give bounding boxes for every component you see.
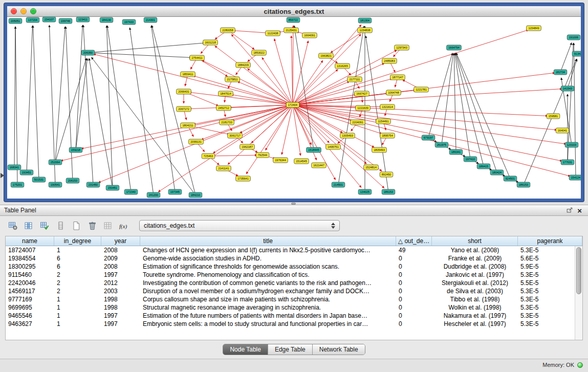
table-settings-icon[interactable] — [6, 220, 19, 232]
table-row[interactable]: 1872400712008Changes of HCN gene express… — [6, 246, 575, 254]
float-panel-icon[interactable] — [564, 207, 575, 214]
table-cell: 22420046 — [6, 279, 54, 287]
tab-node-table[interactable]: Node Table — [223, 344, 268, 355]
window-title: citations_edges.txt — [7, 8, 581, 15]
close-window-button[interactable] — [11, 8, 17, 14]
zoom-window-button[interactable] — [30, 8, 36, 14]
graph-edge — [197, 58, 228, 76]
column-header[interactable]: in_degree — [54, 236, 101, 246]
table-cell: 2 — [54, 279, 101, 287]
network-canvas[interactable]: 1724041853022188420921758111847514245271… — [7, 17, 581, 198]
close-panel-icon[interactable]: × — [575, 207, 584, 214]
table-cell: 1 — [54, 247, 101, 254]
graph-edge — [15, 27, 17, 185]
table-cell: 0 — [396, 288, 432, 295]
table-columns-icon[interactable] — [22, 220, 35, 232]
graph-node-label: 193451 — [22, 171, 31, 174]
table-cell: Estimation of significance thresholds fo… — [140, 263, 396, 270]
scrollbar-thumb[interactable] — [576, 247, 581, 294]
minimize-window-button[interactable] — [20, 8, 27, 14]
table-row[interactable]: 1938455462009Genome-wide association stu… — [6, 254, 575, 262]
table-row[interactable]: 946554611997Estimation of the future num… — [6, 312, 575, 320]
graph-node-label: 1859411 — [182, 73, 193, 76]
graph-node-label: 241200 — [149, 193, 158, 196]
graph-node-label: 2181733 — [221, 121, 232, 124]
graph-node-label: 181304 — [360, 19, 369, 22]
table-cell: Hescheler et al. (1997) — [432, 320, 518, 327]
graph-node-label: 679197 — [424, 136, 433, 139]
graph-edge — [33, 26, 39, 180]
graph-edge — [83, 25, 93, 185]
graph-edge — [266, 105, 293, 150]
table-row[interactable]: 977716911998Corpus callosum shape and si… — [6, 295, 575, 303]
graph-node-label: 190541 — [51, 183, 60, 186]
graph-node-label: 184130 — [102, 18, 111, 21]
graph-edge — [293, 30, 529, 105]
graph-node-label: 214301 — [146, 18, 155, 21]
table-cell: de Silva et al. (2003) — [432, 288, 518, 295]
table-scrollbar[interactable] — [575, 246, 582, 340]
graph-node-label: 2754411 — [191, 56, 202, 59]
table-panel-header: Table Panel × — [0, 205, 588, 216]
table-cell: 9115460 — [6, 271, 54, 278]
table-cell: 1998 — [101, 304, 140, 311]
table-cell: 5.3E-5 — [518, 288, 575, 295]
graph-node-label: 2125431 — [286, 29, 296, 32]
graph-node-label: 137204 — [28, 18, 37, 21]
graph-node-label: 214501 — [334, 183, 343, 186]
graph-edge — [455, 53, 470, 159]
graph-edge — [293, 63, 384, 105]
table-row[interactable]: 2242004622012Investigating the contribut… — [6, 279, 575, 287]
graph-node-label: 123411 — [78, 18, 88, 21]
panel-title: Table Panel — [4, 207, 36, 214]
graph-node-label: 856722 — [289, 18, 298, 21]
rows-icon[interactable] — [54, 220, 67, 232]
table-cell: 6 — [54, 263, 101, 270]
table-edit-icon[interactable] — [38, 220, 51, 232]
graph-node-label: 164041 — [558, 129, 567, 132]
graph-node-label: 159581 — [549, 115, 558, 118]
table-cell: Stergiakouli et al. (2012) — [432, 279, 518, 287]
trash-icon[interactable] — [85, 220, 99, 232]
column-header[interactable]: title — [140, 236, 396, 246]
table-cell: 0 — [396, 296, 432, 303]
graph-edge — [291, 36, 293, 105]
table-row[interactable]: 911546021997Tourette syndrome. Phenomeno… — [6, 271, 575, 279]
graph-node-label: 177031 — [563, 161, 572, 164]
graph-edge — [228, 30, 254, 50]
graph-edge — [560, 42, 572, 72]
table-tabs-bar: Node TableEdge TableNetwork Table — [0, 344, 588, 355]
column-header[interactable]: name — [6, 236, 54, 246]
graph-node-label: 2099131 — [190, 140, 201, 143]
table-disabled-icon[interactable] — [101, 220, 115, 232]
table-row[interactable]: 1830029562008Estimation of significance … — [6, 262, 575, 271]
network-graph[interactable]: 1724041853022188420921758111847514245271… — [7, 17, 581, 198]
table-cell: 9463627 — [6, 320, 54, 327]
tab-network-table[interactable]: Network Table — [313, 344, 365, 355]
graph-node-label: 792544 — [258, 154, 267, 157]
table-row[interactable]: 969969511998Structural magnetic resonanc… — [6, 303, 575, 312]
graph-node-label: 141543 — [563, 87, 572, 90]
function-icon[interactable]: f(x) — [117, 220, 130, 232]
table-row[interactable]: 1456911722003Disruption of a novel membe… — [6, 287, 575, 295]
table-cell: Dudbridge et al. (2008) — [432, 263, 518, 270]
graph-node-label: 2066431 — [178, 90, 189, 93]
table-panel: Table Panel × f(x) c — [0, 205, 588, 359]
window-titlebar[interactable]: citations_edges.txt — [7, 6, 581, 17]
column-header[interactable]: △ out_de… — [396, 236, 432, 246]
graph-node-label: 1805493 — [374, 148, 384, 151]
column-header[interactable]: year — [101, 236, 140, 246]
new-document-icon[interactable] — [70, 220, 83, 232]
column-header[interactable]: pagerank — [518, 236, 582, 246]
graph-edge — [55, 58, 86, 162]
column-header[interactable]: short — [432, 236, 518, 246]
collapsed-panel-arrow-icon[interactable] — [1, 173, 4, 178]
graph-node-label: 159218 — [71, 148, 80, 151]
table-row[interactable]: 946362711997Embryonic stem cells: a mode… — [6, 320, 575, 328]
tab-edge-table[interactable]: Edge Table — [268, 344, 313, 355]
memory-ok-indicator — [577, 362, 583, 368]
table-cell: 0 — [396, 320, 432, 327]
graph-node-label: 1321614 — [382, 105, 393, 108]
graph-node-label: 924501 — [506, 177, 515, 180]
table-select-dropdown[interactable]: citations_edges.txt — [139, 220, 340, 231]
